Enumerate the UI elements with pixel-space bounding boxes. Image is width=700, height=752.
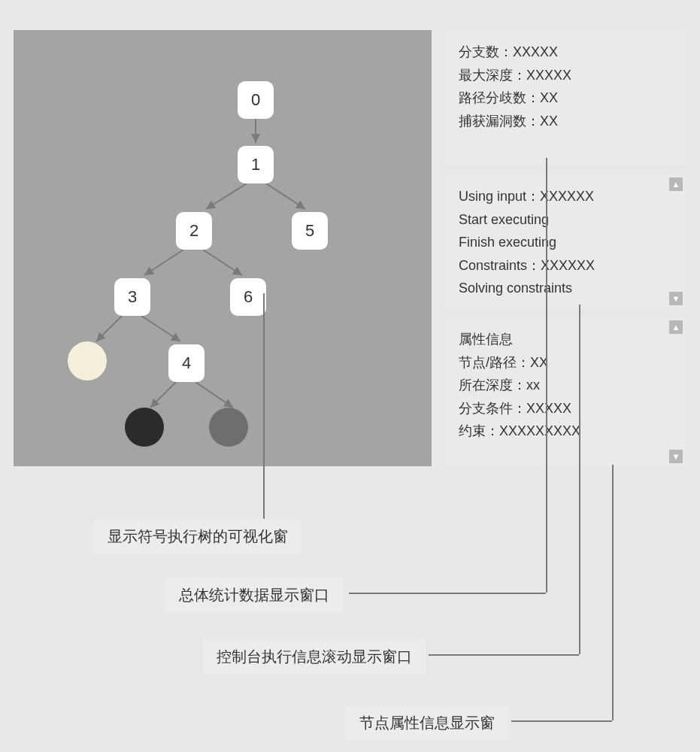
stat-label: 分支数： [459, 44, 513, 59]
attributes-panel: ▲ 属性信息 节点/路径：XX 所在深度：xx 分支条件：XXXXX 约束：XX… [445, 317, 686, 466]
console-line: Solving constraints [459, 277, 672, 300]
stat-value: XXXXX [513, 44, 558, 59]
svg-line-6 [141, 316, 180, 341]
callout-connector [579, 305, 580, 654]
attr-label: 所在深度： [459, 378, 526, 393]
console-value: XXXXXX [540, 189, 594, 204]
svg-line-5 [96, 316, 122, 341]
scroll-up-icon[interactable]: ▲ [669, 320, 683, 334]
svg-line-3 [144, 250, 183, 275]
attr-node-path: 节点/路径：XX [459, 351, 672, 374]
attr-depth: 所在深度：xx [459, 374, 672, 397]
tree-node-1[interactable]: 1 [238, 146, 274, 183]
attr-label: 分支条件： [459, 401, 526, 416]
tree-leaf-gray[interactable] [209, 408, 248, 447]
tree-edges [14, 30, 432, 466]
callout-tree-panel: 显示符号执行树的可视化窗 [94, 519, 302, 554]
tree-node-4[interactable]: 4 [168, 344, 205, 382]
stat-label: 路径分歧数： [459, 90, 540, 105]
attr-branch-cond: 分支条件：XXXXX [459, 397, 672, 420]
console-label: Using input： [459, 189, 540, 204]
tree-node-5[interactable]: 5 [292, 212, 328, 250]
svg-line-8 [195, 382, 233, 408]
callout-connector [612, 465, 614, 720]
attributes-title: 属性信息 [459, 328, 672, 351]
attr-constraint: 约束：XXXXXXXXX [459, 420, 672, 443]
stat-max-depth: 最大深度：XXXXX [459, 64, 672, 87]
attr-value: xx [526, 378, 540, 393]
svg-line-4 [203, 250, 242, 275]
svg-line-1 [206, 183, 247, 209]
stat-path-divergence: 路径分歧数：XX [459, 86, 672, 110]
callout-connector [349, 593, 546, 594]
scroll-down-icon[interactable]: ▼ [669, 450, 683, 463]
attr-label: 约束： [459, 423, 499, 438]
console-value: XXXXXX [541, 258, 595, 273]
tree-node-6[interactable]: 6 [230, 278, 266, 316]
stat-value: XX [540, 114, 558, 129]
callout-connector [263, 293, 265, 519]
console-line: Start executing [459, 208, 672, 232]
attr-value: XXXXX [526, 401, 571, 416]
tree-node-0[interactable]: 0 [238, 81, 274, 119]
stat-branch-count: 分支数：XXXXX [459, 41, 672, 64]
callout-connector [429, 654, 579, 656]
stat-label: 最大深度： [459, 68, 526, 83]
stat-value: XXXXX [526, 68, 571, 83]
svg-line-7 [150, 382, 176, 408]
tree-node-2[interactable]: 2 [176, 212, 212, 250]
svg-line-2 [266, 183, 305, 209]
callout-console-panel: 控制台执行信息滚动显示窗口 [203, 639, 426, 675]
attr-value: XXXXXXXXX [499, 423, 580, 438]
console-label: Constraints： [459, 258, 541, 273]
console-panel: ▲ Using input：XXXXXX Start executing Fin… [445, 174, 686, 308]
callout-connector [511, 720, 612, 722]
stat-value: XX [540, 90, 558, 105]
stat-label: 捕获漏洞数： [459, 114, 540, 129]
tree-leaf-dark[interactable] [125, 408, 164, 447]
callout-attrs-panel: 节点属性信息显示窗 [346, 705, 508, 741]
callout-stats-panel: 总体统计数据显示窗口 [165, 578, 343, 613]
stats-panel: 分支数：XXXXX 最大深度：XXXXX 路径分歧数：XX 捕获漏洞数：XX [445, 30, 686, 165]
tree-node-3[interactable]: 3 [114, 278, 150, 316]
console-line: Finish executing [459, 231, 672, 254]
callout-connector [546, 158, 547, 593]
console-line: Using input：XXXXXX [459, 185, 672, 208]
stat-caught-vulns: 捕获漏洞数：XX [459, 110, 672, 133]
symbolic-execution-tree-panel[interactable]: 0 1 2 5 3 6 4 [14, 30, 432, 466]
scroll-down-icon[interactable]: ▼ [669, 292, 683, 305]
console-line: Constraints：XXXXXX [459, 254, 672, 277]
tree-leaf-light[interactable] [68, 341, 107, 381]
scroll-up-icon[interactable]: ▲ [669, 177, 683, 191]
attr-label: 节点/路径： [459, 355, 530, 370]
